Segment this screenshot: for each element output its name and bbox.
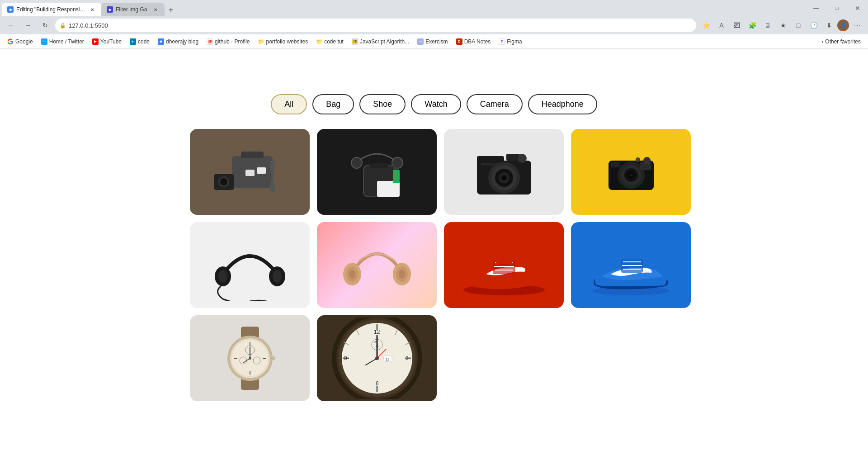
- bookmarks-more-button[interactable]: › Other favorites: [818, 36, 864, 47]
- svg-point-42: [349, 270, 355, 279]
- bookmark-figma-label: Figma: [507, 38, 522, 45]
- grid-item-camera2[interactable]: [571, 129, 691, 215]
- tab-active[interactable]: ◆ Editing "Building Responsive Filt... ✕: [2, 3, 101, 16]
- profile-avatar[interactable]: 👤: [837, 19, 849, 31]
- twitter-icon: 🐦: [41, 38, 47, 45]
- filter-watch[interactable]: Watch: [411, 94, 461, 114]
- shoe1-illustration: [454, 231, 554, 299]
- watch1-illustration: [214, 322, 286, 394]
- svg-rect-71: [270, 356, 275, 360]
- history-icon[interactable]: 🕐: [807, 18, 821, 33]
- dheerajblog-icon: ◆: [158, 38, 164, 45]
- new-tab-button[interactable]: +: [165, 4, 177, 16]
- bookmark-figma[interactable]: F Figma: [495, 36, 525, 47]
- bag2-illustration: [332, 138, 422, 206]
- bookmark-jsalgo[interactable]: JS JavaScript Algorith...: [348, 36, 413, 47]
- minimize-button[interactable]: —: [806, 0, 826, 16]
- camera1-illustration: [468, 142, 540, 201]
- portfolio-icon: 📁: [258, 38, 264, 45]
- bookmark-github[interactable]: 🐙 github - Profile: [203, 36, 253, 47]
- bookmark-portfolio-label: portfolio websites: [266, 38, 308, 45]
- bookmark-codetut-label: code tut: [324, 38, 344, 45]
- browser-chrome: ◆ Editing "Building Responsive Filt... ✕…: [0, 0, 868, 49]
- security-icon: 🔒: [60, 23, 66, 28]
- svg-point-39: [273, 270, 282, 283]
- svg-point-45: [399, 270, 405, 279]
- headphone2-illustration: [336, 229, 418, 301]
- svg-text:6: 6: [376, 380, 379, 387]
- filter-all[interactable]: All: [271, 94, 307, 114]
- github-icon: 🐙: [207, 38, 213, 45]
- svg-point-10: [351, 157, 362, 168]
- svg-point-70: [249, 357, 251, 360]
- bookmark-portfolio[interactable]: 📁 portfolio websites: [254, 36, 311, 47]
- settings-icon[interactable]: ⋯: [850, 18, 864, 33]
- bookmarks-more-label: Other favorites: [825, 38, 861, 45]
- collections-icon[interactable]: □: [791, 18, 806, 33]
- grid-item-camera1[interactable]: [444, 129, 564, 215]
- bookmark-jsalgo-label: JavaScript Algorith...: [360, 38, 409, 45]
- grid-item-shoe1[interactable]: [444, 222, 564, 308]
- grid-item-headphone2[interactable]: [317, 222, 437, 308]
- headphone1-illustration: [205, 229, 295, 301]
- svg-point-37: [218, 270, 227, 283]
- svg-point-31: [630, 174, 632, 176]
- back-button[interactable]: ←: [4, 18, 18, 33]
- bookmark-star-icon[interactable]: ⭐: [699, 18, 713, 33]
- maximize-button[interactable]: □: [826, 0, 847, 16]
- grid-item-shoe2[interactable]: [571, 222, 691, 308]
- tab-bar: ◆ Editing "Building Responsive Filt... ✕…: [0, 0, 806, 16]
- address-text: 127.0.0.1:5500: [69, 22, 692, 29]
- bookmark-twitter[interactable]: 🐦 Home / Twitter: [38, 36, 88, 47]
- watch2-illustration: 12 6 9 3 25 20 11: [327, 318, 427, 399]
- youtube-icon: ▶: [92, 38, 99, 45]
- tab-title-inactive: Filter Img Ga: [116, 6, 149, 13]
- bookmark-google[interactable]: Google: [4, 36, 37, 47]
- downloads-icon[interactable]: ⬇: [822, 18, 836, 33]
- bookmark-dba[interactable]: D DBA Notes: [453, 36, 495, 47]
- filter-camera[interactable]: Camera: [467, 94, 523, 114]
- favorites-icon[interactable]: ★: [776, 18, 790, 33]
- bookmark-github-label: github - Profile: [215, 38, 250, 45]
- svg-rect-13: [370, 163, 388, 168]
- tab-inactive[interactable]: ◆ Filter Img Ga ✕: [101, 3, 165, 16]
- grid-item-watch1[interactable]: [190, 315, 310, 401]
- bookmark-youtube[interactable]: ▶ YouTube: [89, 36, 125, 47]
- address-input-wrapper[interactable]: 🔒 127.0.0.1:5500: [55, 19, 696, 32]
- svg-rect-32: [611, 162, 620, 167]
- grid-item-watch2[interactable]: 12 6 9 3 25 20 11: [317, 315, 437, 401]
- svg-point-34: [643, 157, 651, 164]
- screenshot-icon[interactable]: 🖼: [730, 18, 744, 33]
- svg-rect-25: [481, 163, 497, 166]
- filter-shoe[interactable]: Shoe: [359, 94, 406, 114]
- filter-bag[interactable]: Bag: [312, 94, 354, 114]
- reading-mode-icon[interactable]: A: [714, 18, 729, 33]
- bookmark-dheerajblog-label: dheerajy blog: [166, 38, 198, 45]
- tab-title-active: Editing "Building Responsive Filt...: [16, 6, 86, 13]
- tab-close-inactive[interactable]: ✕: [152, 6, 159, 13]
- bookmark-dheerajblog[interactable]: ◆ dheerajy blog: [154, 36, 202, 47]
- filter-headphone[interactable]: Headphone: [528, 94, 597, 114]
- grid-item-headphone1[interactable]: [190, 222, 310, 308]
- svg-text:12: 12: [374, 329, 380, 335]
- bookmark-linkedin[interactable]: in code: [126, 36, 153, 47]
- tab-close-active[interactable]: ✕: [89, 6, 96, 13]
- forward-button[interactable]: →: [21, 18, 35, 33]
- close-button[interactable]: ✕: [847, 0, 868, 16]
- extensions-icon[interactable]: 🧩: [745, 18, 760, 33]
- svg-point-4: [220, 178, 227, 185]
- bookmark-codetut[interactable]: 📁 code tut: [312, 36, 347, 47]
- grid-item-bag2[interactable]: [317, 129, 437, 215]
- chevron-right-icon: ›: [821, 38, 823, 45]
- grid-item-bag1[interactable]: [190, 129, 310, 215]
- jsalgo-icon: JS: [352, 38, 358, 45]
- bookmark-exercism[interactable]: ~ Exercism: [414, 36, 451, 47]
- svg-text:11: 11: [385, 357, 389, 361]
- toolbar-icons: ⭐ A 🖼 🧩 🖥 ★ □ 🕐 ⬇ 👤 ⋯: [699, 18, 864, 33]
- camera2-illustration: [595, 142, 667, 201]
- svg-rect-15: [393, 170, 400, 183]
- bag1-illustration: [205, 138, 295, 206]
- image-grid: 12 6 9 3 25 20 11: [190, 129, 678, 401]
- monitor-icon[interactable]: 🖥: [760, 18, 775, 33]
- refresh-button[interactable]: ↻: [38, 18, 52, 33]
